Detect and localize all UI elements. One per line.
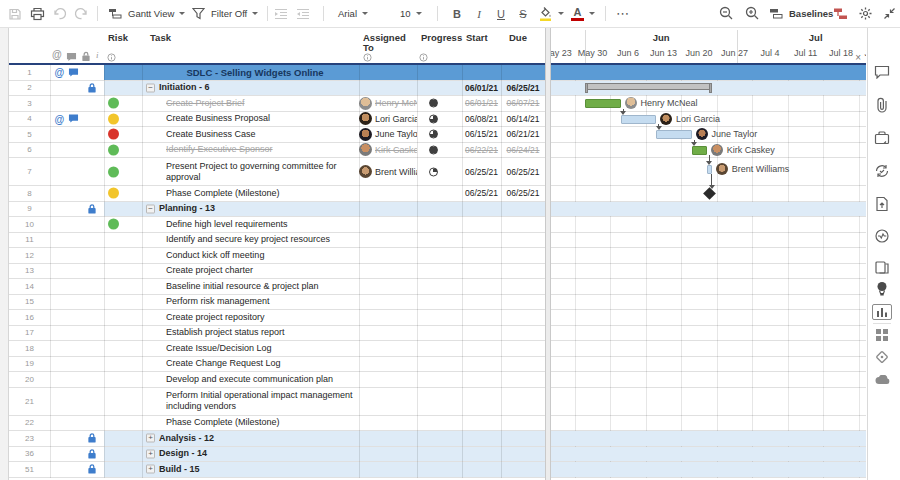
- row-number[interactable]: 20: [9, 372, 50, 387]
- due-date[interactable]: 06/25/21: [501, 81, 545, 96]
- start-date[interactable]: 06/25/21: [462, 186, 501, 201]
- risk-dot-green[interactable]: [108, 98, 119, 109]
- row-number[interactable]: 51: [9, 462, 50, 477]
- due-date[interactable]: 06/07/21: [501, 96, 545, 111]
- task-name[interactable]: Create project charter: [166, 264, 359, 279]
- sidebar-premium-icon[interactable]: [875, 350, 889, 364]
- assigned-cell[interactable]: Brent Williams: [359, 158, 417, 185]
- comment-icon[interactable]: [67, 112, 80, 125]
- row-number[interactable]: 7: [9, 158, 50, 185]
- progress-indicator[interactable]: [429, 130, 438, 139]
- baselines-button[interactable]: Baselines: [769, 0, 833, 27]
- column-header-risk[interactable]: Risk: [108, 33, 128, 43]
- sidebar-integrations-icon[interactable]: [875, 375, 890, 385]
- risk-dot-yellow[interactable]: [108, 113, 119, 124]
- progress-indicator[interactable]: [429, 114, 438, 123]
- progress-indicator[interactable]: [429, 99, 438, 108]
- task-name[interactable]: Design - 14: [159, 447, 359, 462]
- strikethrough-button[interactable]: S: [515, 0, 531, 27]
- task-name[interactable]: Initiation - 6: [159, 81, 359, 96]
- risk-dot-red[interactable]: [108, 129, 119, 140]
- task-name[interactable]: SDLC - Selling Widgets Online: [142, 65, 368, 80]
- lock-icon[interactable]: [85, 447, 98, 460]
- row-number[interactable]: 4: [9, 112, 50, 127]
- task-name[interactable]: Analysis - 12: [159, 431, 359, 446]
- font-selector[interactable]: Arial: [338, 0, 368, 27]
- task-name[interactable]: Baseline initial resource & project plan: [166, 279, 359, 294]
- row-number[interactable]: 23: [9, 431, 50, 446]
- task-name[interactable]: Conduct kick off meeting: [166, 248, 359, 263]
- column-header-start[interactable]: Start: [466, 33, 488, 43]
- assigned-cell[interactable]: Kirk Caskey: [359, 143, 417, 158]
- assigned-cell[interactable]: Lori Garcia: [359, 112, 417, 127]
- due-date[interactable]: 06/25/21: [501, 186, 545, 201]
- redo-button[interactable]: [74, 0, 89, 27]
- start-date[interactable]: 06/01/21: [462, 96, 501, 111]
- outdent-button[interactable]: [296, 0, 310, 27]
- sidebar-update-requests-icon[interactable]: [875, 164, 890, 179]
- task-name[interactable]: Create Issue/Decision Log: [166, 341, 359, 356]
- row-number[interactable]: 9: [9, 202, 50, 217]
- sidebar-proofs-icon[interactable]: [874, 131, 890, 145]
- task-name[interactable]: Identify and secure key project resource…: [166, 233, 359, 248]
- risk-dot-yellow[interactable]: [108, 188, 119, 199]
- task-name[interactable]: Perform risk management: [166, 295, 359, 310]
- task-name[interactable]: Create Change Request Log: [166, 357, 359, 372]
- filter-selector[interactable]: Filter Off: [192, 0, 258, 27]
- column-header-assigned[interactable]: Assigned To: [363, 33, 411, 53]
- more-button[interactable]: ⋯: [616, 0, 630, 27]
- risk-dot-green[interactable]: [108, 219, 119, 230]
- critical-path-button[interactable]: [833, 0, 848, 27]
- lock-icon[interactable]: [85, 463, 98, 476]
- row-number[interactable]: 21: [9, 388, 50, 415]
- row-number[interactable]: 3: [9, 96, 50, 111]
- expand-toggle[interactable]: +: [146, 449, 155, 458]
- task-name[interactable]: Establish project status report: [166, 326, 359, 341]
- view-selector[interactable]: Gantt View: [108, 0, 185, 27]
- row-number[interactable]: 13: [9, 264, 50, 279]
- row-number[interactable]: 8: [9, 186, 50, 201]
- print-button[interactable]: [30, 0, 45, 27]
- row-number[interactable]: 5: [9, 127, 50, 142]
- task-name[interactable]: Planning - 13: [159, 202, 359, 217]
- at-icon[interactable]: @: [53, 66, 66, 79]
- row-number[interactable]: 36: [9, 447, 50, 462]
- start-date[interactable]: 06/08/21: [462, 112, 501, 127]
- start-date[interactable]: 06/15/21: [462, 127, 501, 142]
- row-number[interactable]: 1: [9, 65, 50, 80]
- task-name[interactable]: Create project repository: [166, 310, 359, 325]
- italic-button[interactable]: I: [471, 0, 487, 27]
- fill-color-button[interactable]: [538, 0, 564, 27]
- task-name[interactable]: Perform Initial operational impact manag…: [166, 388, 359, 415]
- due-date[interactable]: 06/14/21: [501, 112, 545, 127]
- indent-button[interactable]: [274, 0, 288, 27]
- save-button[interactable]: [8, 0, 22, 27]
- task-name[interactable]: Create Project Brief: [166, 96, 359, 111]
- lock-icon[interactable]: [85, 202, 98, 215]
- lock-icon[interactable]: [85, 81, 98, 94]
- task-name[interactable]: Identify Executive Sponsor: [166, 143, 359, 158]
- row-number[interactable]: 15: [9, 295, 50, 310]
- sidebar-activity-log-icon[interactable]: [875, 229, 890, 244]
- progress-indicator[interactable]: [429, 145, 438, 154]
- row-number[interactable]: 18: [9, 341, 50, 356]
- task-name[interactable]: Present Project to governing committee f…: [166, 158, 359, 185]
- row-number[interactable]: 22: [9, 416, 50, 431]
- row-number[interactable]: 14: [9, 279, 50, 294]
- row-number[interactable]: 17: [9, 326, 50, 341]
- lock-icon[interactable]: [85, 432, 98, 445]
- task-name[interactable]: Define high level requirements: [166, 217, 359, 232]
- task-name[interactable]: Phase Complete (Milestone): [166, 416, 359, 431]
- row-number[interactable]: 16: [9, 310, 50, 325]
- task-name[interactable]: Create Business Proposal: [166, 112, 359, 127]
- settings-button[interactable]: [858, 0, 873, 27]
- underline-button[interactable]: U: [493, 0, 509, 27]
- start-date[interactable]: 06/22/21: [462, 143, 501, 158]
- bold-button[interactable]: B: [449, 0, 465, 27]
- sidebar-charts-icon[interactable]: [872, 304, 892, 320]
- undo-button[interactable]: [52, 0, 67, 27]
- task-name[interactable]: Develop and execute communication plan: [166, 372, 359, 387]
- task-name[interactable]: Create Business Case: [166, 127, 359, 142]
- due-date[interactable]: 06/21/21: [501, 127, 545, 142]
- risk-dot-green[interactable]: [108, 144, 119, 155]
